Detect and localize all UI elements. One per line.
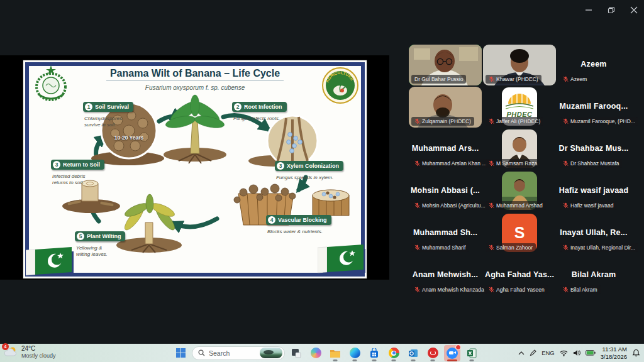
participant-tile-salman-zahoor[interactable]: S Salman Zahoor xyxy=(483,213,556,254)
display-name: Dr Shahbaz Mus... xyxy=(557,144,630,153)
notification-bell-icon[interactable] xyxy=(632,349,640,357)
minimize-button[interactable] xyxy=(582,4,595,16)
tray-chevron-up-icon[interactable] xyxy=(518,351,525,356)
task-view-button[interactable] xyxy=(288,345,304,361)
name-tag: Inayat Ullah, Regional Dir... xyxy=(560,243,638,252)
slide-title: Panama Wilt of Banana – Life Cycle xyxy=(23,68,367,79)
name-tag-label: Muhammad Arslan Khan ... xyxy=(422,160,487,167)
weather-widget[interactable]: 4 24°C Mostly cloudy xyxy=(4,345,56,359)
system-tray: ENG 11:31 AM 3/18/2026 xyxy=(518,344,642,362)
pen-icon[interactable] xyxy=(530,349,536,356)
display-name: Muzamil Farooq... xyxy=(557,102,630,111)
search-box[interactable]: Search xyxy=(192,346,285,360)
name-tag: Dr Gul Bahar Pussio xyxy=(411,75,466,84)
participant-tile-hafiz-wasif[interactable]: Hafiz wasif javaad Hafiz wasif javaad xyxy=(557,171,630,212)
search-icon xyxy=(198,349,205,356)
participant-tile-anam-mehwish[interactable]: Anam Mehwish... Anam Mehwish Khanzada xyxy=(409,255,482,296)
display-name: Azeem xyxy=(557,60,630,69)
start-button[interactable] xyxy=(172,345,189,361)
participant-tile-muhammad-arslan[interactable]: Muhammad Ars... Muhammad Arslan Khan ... xyxy=(409,129,482,170)
language-indicator[interactable]: ENG xyxy=(541,349,555,356)
step-number: 3 xyxy=(277,162,284,170)
step-label: Vascular Blocking xyxy=(278,217,327,223)
pakistan-flag-right xyxy=(318,244,367,274)
participant-tile-inayat-ullah[interactable]: Inayat Ullah, Re... Inayat Ullah, Region… xyxy=(557,213,630,254)
wifi-icon[interactable] xyxy=(560,350,568,356)
step-desc-vascular-blocking: Blocks water & nutrients. xyxy=(267,229,336,235)
participant-tile-dr-gul-bahar-pussio[interactable]: Dr Gul Bahar Pussio xyxy=(409,45,482,85)
battery-icon[interactable] xyxy=(586,350,596,356)
mic-muted-icon xyxy=(489,118,494,124)
participant-tile-muhammad-arshad[interactable]: Muhammad Arshad xyxy=(483,171,556,212)
name-tag-label: Inayat Ullah, Regional Dir... xyxy=(570,244,635,251)
participant-tile-m-samsam-raza[interactable]: M Samsam Raza xyxy=(483,129,556,170)
participant-tile-agha-fahad[interactable]: Agha Fahad Yas... Agha Fahad Yaseen xyxy=(483,255,556,296)
zoom-meeting-window: AGRICULTURE Panama Wilt of Banana – Life… xyxy=(0,0,644,362)
display-name: Mohsin Abbasi (... xyxy=(409,186,482,195)
outlook-icon xyxy=(408,348,418,358)
name-tag: Agha Fahad Yaseen xyxy=(486,285,548,294)
step-desc-soil-survival: Chlamydospores survive in soil. xyxy=(84,116,126,129)
step-pill-xylem-colonization: 3Xylem Colonization xyxy=(275,161,343,171)
excel-icon xyxy=(467,348,477,358)
name-tag-label: Hafiz wasif javaad xyxy=(570,202,614,209)
mic-muted-icon xyxy=(414,202,420,209)
participant-tile-bilal-akram[interactable]: Bilal Akram Bilal Akram xyxy=(557,255,630,296)
mic-muted-icon xyxy=(489,76,494,82)
step-number: 2 xyxy=(234,103,242,111)
zoom-app-button[interactable] xyxy=(444,345,460,361)
copilot-button[interactable] xyxy=(308,345,324,361)
participant-tile-jaffer-ali[interactable]: PHDEC Jaffer Ali (PHDEC) xyxy=(483,87,556,128)
search-daily-image xyxy=(260,348,282,358)
healthy-plant-illustration xyxy=(164,95,226,163)
volume-icon[interactable] xyxy=(573,349,580,356)
participant-tile-dr-shahbaz[interactable]: Dr Shahbaz Mus... Dr Shahbaz Mustafa xyxy=(557,129,630,170)
window-controls xyxy=(582,4,640,16)
mic-muted-icon xyxy=(489,244,494,251)
chrome-button[interactable] xyxy=(386,345,402,361)
file-explorer-button[interactable] xyxy=(327,345,343,361)
participant-tile-muzamil-farooque[interactable]: Muzamil Farooq... Muzamil Farooque, (PHD… xyxy=(557,87,630,128)
task-view-icon xyxy=(291,348,301,358)
name-tag: Muhammad Arshad xyxy=(486,201,546,210)
step-pill-plant-wilting: 5Plant Wilting xyxy=(75,231,125,241)
participant-tile-azeem[interactable]: Azeem Azeem xyxy=(557,45,630,85)
name-tag-label: Dr Shahbaz Mustafa xyxy=(570,160,619,167)
mic-muted-icon xyxy=(489,202,494,209)
edge-button[interactable] xyxy=(347,345,363,361)
name-tag: Anam Mehwish Khanzada xyxy=(411,285,487,294)
weather-condition: Mostly cloudy xyxy=(21,353,56,359)
display-name: Anam Mehwish... xyxy=(409,270,482,279)
restore-button[interactable] xyxy=(605,4,618,16)
mic-muted-icon xyxy=(563,287,569,293)
acrobat-button[interactable] xyxy=(425,345,441,361)
mic-muted-icon xyxy=(563,244,569,251)
step-pill-root-infection: 2Root Infection xyxy=(232,102,287,112)
participant-tile-mohsin-abbasi[interactable]: Mohsin Abbasi (... Mohsin Abbasi (Agricu… xyxy=(409,171,482,212)
display-name: Inayat Ullah, Re... xyxy=(557,228,630,237)
step-desc-root-infection: Fungus infects roots. xyxy=(233,116,296,122)
pakistan-flag-left xyxy=(26,246,75,277)
name-tag: Hafiz wasif javaad xyxy=(560,201,617,210)
step-label: Root Infection xyxy=(244,104,282,110)
name-tag: Khawar (PHDEC) xyxy=(486,75,541,84)
store-icon xyxy=(369,348,379,358)
store-button[interactable] xyxy=(366,345,382,361)
close-button[interactable] xyxy=(628,4,640,16)
mic-muted-icon xyxy=(414,118,420,124)
display-name: Muhammad Ars... xyxy=(409,144,482,153)
participant-tile-khawar[interactable]: Khawar (PHDEC) xyxy=(483,45,556,85)
name-tag-label: Zulqarnain (PHDEC) xyxy=(422,118,471,124)
excel-button[interactable] xyxy=(464,345,480,361)
weather-temp: 24°C xyxy=(21,345,56,353)
participant-tile-muhammad-sharif[interactable]: Muhammad Sh... Muhammad Sharif xyxy=(409,213,482,254)
name-tag-label: M Samsam Raza xyxy=(496,160,537,167)
clock[interactable]: 11:31 AM 3/18/2026 xyxy=(601,346,627,360)
step-number: 5 xyxy=(77,233,84,240)
name-tag-label: Dr Gul Bahar Pussio xyxy=(414,76,463,82)
presentation-slide: AGRICULTURE Panama Wilt of Banana – Life… xyxy=(23,60,367,278)
name-tag: Salman Zahoor xyxy=(486,243,536,252)
participant-tile-zulqarnain[interactable]: Zulqarnain (PHDEC) xyxy=(409,87,482,128)
outlook-button[interactable] xyxy=(405,345,421,361)
name-tag-label: Anam Mehwish Khanzada xyxy=(422,287,484,293)
